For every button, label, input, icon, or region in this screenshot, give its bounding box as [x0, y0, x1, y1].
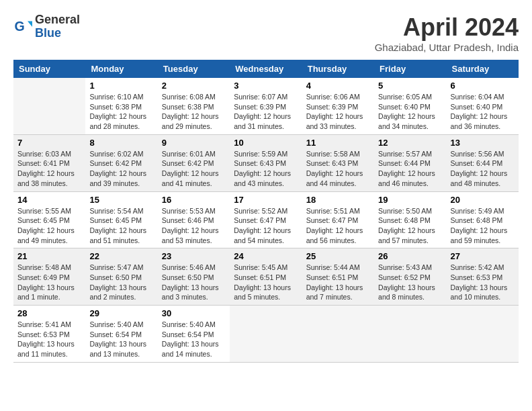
day-info: Sunrise: 5:56 AM Sunset: 6:44 PM Dayligh…	[451, 149, 515, 189]
day-number: 9	[162, 138, 226, 148]
day-number: 15	[89, 195, 153, 205]
table-row: 5Sunrise: 6:05 AM Sunset: 6:40 PM Daylig…	[374, 78, 446, 134]
day-number: 14	[17, 195, 81, 205]
table-row: 16Sunrise: 5:53 AM Sunset: 6:46 PM Dayli…	[158, 191, 230, 248]
day-info: Sunrise: 5:43 AM Sunset: 6:52 PM Dayligh…	[378, 263, 442, 302]
table-row: 1Sunrise: 6:10 AM Sunset: 6:38 PM Daylig…	[85, 78, 157, 134]
table-row: 27Sunrise: 5:42 AM Sunset: 6:53 PM Dayli…	[447, 248, 519, 306]
svg-text:G: G	[14, 18, 24, 33]
day-number: 5	[378, 81, 442, 91]
day-info: Sunrise: 5:40 AM Sunset: 6:54 PM Dayligh…	[89, 320, 153, 359]
day-number: 16	[162, 195, 226, 205]
month-title: April 2024	[375, 13, 519, 42]
day-info: Sunrise: 5:47 AM Sunset: 6:50 PM Dayligh…	[89, 263, 153, 302]
day-number: 8	[89, 138, 153, 148]
day-number: 4	[306, 81, 370, 91]
table-row: 29Sunrise: 5:40 AM Sunset: 6:54 PM Dayli…	[85, 306, 157, 363]
col-tuesday: Tuesday	[158, 60, 230, 78]
day-number: 25	[306, 251, 370, 261]
day-info: Sunrise: 5:51 AM Sunset: 6:47 PM Dayligh…	[306, 206, 370, 246]
col-sunday: Sunday	[13, 60, 85, 78]
day-info: Sunrise: 5:52 AM Sunset: 6:47 PM Dayligh…	[234, 206, 298, 246]
day-info: Sunrise: 5:44 AM Sunset: 6:51 PM Dayligh…	[306, 263, 370, 302]
table-row: 8Sunrise: 6:02 AM Sunset: 6:42 PM Daylig…	[85, 134, 157, 191]
day-number: 30	[162, 308, 226, 318]
week-row-5: 28Sunrise: 5:41 AM Sunset: 6:53 PM Dayli…	[13, 306, 519, 363]
table-row: 11Sunrise: 5:58 AM Sunset: 6:43 PM Dayli…	[302, 134, 374, 191]
day-info: Sunrise: 5:49 AM Sunset: 6:48 PM Dayligh…	[451, 206, 515, 246]
logo-general-text: General	[35, 13, 80, 27]
day-number: 18	[306, 195, 370, 205]
day-number: 2	[162, 81, 226, 91]
day-number: 10	[234, 138, 298, 148]
table-row: 10Sunrise: 5:59 AM Sunset: 6:43 PM Dayli…	[230, 134, 302, 191]
week-row-1: 1Sunrise: 6:10 AM Sunset: 6:38 PM Daylig…	[13, 78, 519, 134]
day-info: Sunrise: 5:59 AM Sunset: 6:43 PM Dayligh…	[234, 149, 298, 189]
col-monday: Monday	[85, 60, 157, 78]
logo: G General Blue	[13, 13, 80, 40]
table-row	[447, 306, 519, 363]
logo-icon: G	[13, 17, 32, 36]
day-info: Sunrise: 6:05 AM Sunset: 6:40 PM Dayligh…	[378, 92, 442, 132]
day-info: Sunrise: 6:04 AM Sunset: 6:40 PM Dayligh…	[451, 92, 515, 132]
day-number: 23	[162, 251, 226, 261]
table-row: 14Sunrise: 5:55 AM Sunset: 6:45 PM Dayli…	[13, 191, 85, 248]
table-row: 6Sunrise: 6:04 AM Sunset: 6:40 PM Daylig…	[447, 78, 519, 134]
day-number: 6	[451, 81, 515, 91]
table-row	[374, 306, 446, 363]
logo-text: General Blue	[35, 13, 80, 40]
table-row: 7Sunrise: 6:03 AM Sunset: 6:41 PM Daylig…	[13, 134, 85, 191]
table-row: 4Sunrise: 6:06 AM Sunset: 6:39 PM Daylig…	[302, 78, 374, 134]
table-row: 22Sunrise: 5:47 AM Sunset: 6:50 PM Dayli…	[85, 248, 157, 306]
day-number: 17	[234, 195, 298, 205]
table-row: 19Sunrise: 5:50 AM Sunset: 6:48 PM Dayli…	[374, 191, 446, 248]
day-info: Sunrise: 5:53 AM Sunset: 6:46 PM Dayligh…	[162, 206, 226, 246]
location-subtitle: Ghaziabad, Uttar Pradesh, India	[375, 42, 519, 53]
table-row: 2Sunrise: 6:08 AM Sunset: 6:38 PM Daylig…	[158, 78, 230, 134]
day-info: Sunrise: 6:06 AM Sunset: 6:39 PM Dayligh…	[306, 92, 370, 132]
day-number: 3	[234, 81, 298, 91]
col-friday: Friday	[374, 60, 446, 78]
day-info: Sunrise: 5:57 AM Sunset: 6:44 PM Dayligh…	[378, 149, 442, 189]
table-row: 12Sunrise: 5:57 AM Sunset: 6:44 PM Dayli…	[374, 134, 446, 191]
table-row: 20Sunrise: 5:49 AM Sunset: 6:48 PM Dayli…	[447, 191, 519, 248]
day-number: 19	[378, 195, 442, 205]
logo-blue-text: Blue	[35, 27, 80, 40]
day-info: Sunrise: 5:41 AM Sunset: 6:53 PM Dayligh…	[17, 320, 81, 359]
table-row: 13Sunrise: 5:56 AM Sunset: 6:44 PM Dayli…	[447, 134, 519, 191]
table-row: 17Sunrise: 5:52 AM Sunset: 6:47 PM Dayli…	[230, 191, 302, 248]
day-info: Sunrise: 5:55 AM Sunset: 6:45 PM Dayligh…	[17, 206, 81, 246]
day-number: 7	[17, 138, 81, 148]
table-row: 26Sunrise: 5:43 AM Sunset: 6:52 PM Dayli…	[374, 248, 446, 306]
table-row: 3Sunrise: 6:07 AM Sunset: 6:39 PM Daylig…	[230, 78, 302, 134]
calendar-table: Sunday Monday Tuesday Wednesday Thursday…	[13, 60, 519, 363]
day-info: Sunrise: 6:08 AM Sunset: 6:38 PM Dayligh…	[162, 92, 226, 132]
day-info: Sunrise: 5:40 AM Sunset: 6:54 PM Dayligh…	[162, 320, 226, 359]
day-number: 29	[89, 308, 153, 318]
col-saturday: Saturday	[447, 60, 519, 78]
page-header: G General Blue April 2024 Ghaziabad, Utt…	[13, 13, 519, 53]
title-block: April 2024 Ghaziabad, Uttar Pradesh, Ind…	[375, 13, 519, 53]
day-info: Sunrise: 5:45 AM Sunset: 6:51 PM Dayligh…	[234, 263, 298, 302]
table-row	[230, 306, 302, 363]
table-row: 18Sunrise: 5:51 AM Sunset: 6:47 PM Dayli…	[302, 191, 374, 248]
day-number: 24	[234, 251, 298, 261]
day-info: Sunrise: 6:10 AM Sunset: 6:38 PM Dayligh…	[89, 92, 153, 132]
week-row-4: 21Sunrise: 5:48 AM Sunset: 6:49 PM Dayli…	[13, 248, 519, 306]
calendar-body: 1Sunrise: 6:10 AM Sunset: 6:38 PM Daylig…	[13, 78, 519, 362]
table-row: 30Sunrise: 5:40 AM Sunset: 6:54 PM Dayli…	[158, 306, 230, 363]
day-info: Sunrise: 5:46 AM Sunset: 6:50 PM Dayligh…	[162, 263, 226, 302]
table-row: 25Sunrise: 5:44 AM Sunset: 6:51 PM Dayli…	[302, 248, 374, 306]
day-info: Sunrise: 5:54 AM Sunset: 6:45 PM Dayligh…	[89, 206, 153, 246]
table-row: 9Sunrise: 6:01 AM Sunset: 6:42 PM Daylig…	[158, 134, 230, 191]
calendar-header: Sunday Monday Tuesday Wednesday Thursday…	[13, 60, 519, 78]
col-thursday: Thursday	[302, 60, 374, 78]
day-info: Sunrise: 6:01 AM Sunset: 6:42 PM Dayligh…	[162, 149, 226, 189]
week-row-2: 7Sunrise: 6:03 AM Sunset: 6:41 PM Daylig…	[13, 134, 519, 191]
day-number: 13	[451, 138, 515, 148]
day-number: 22	[89, 251, 153, 261]
day-number: 20	[451, 195, 515, 205]
day-info: Sunrise: 5:48 AM Sunset: 6:49 PM Dayligh…	[17, 263, 81, 302]
svg-marker-1	[28, 21, 32, 26]
table-row: 23Sunrise: 5:46 AM Sunset: 6:50 PM Dayli…	[158, 248, 230, 306]
